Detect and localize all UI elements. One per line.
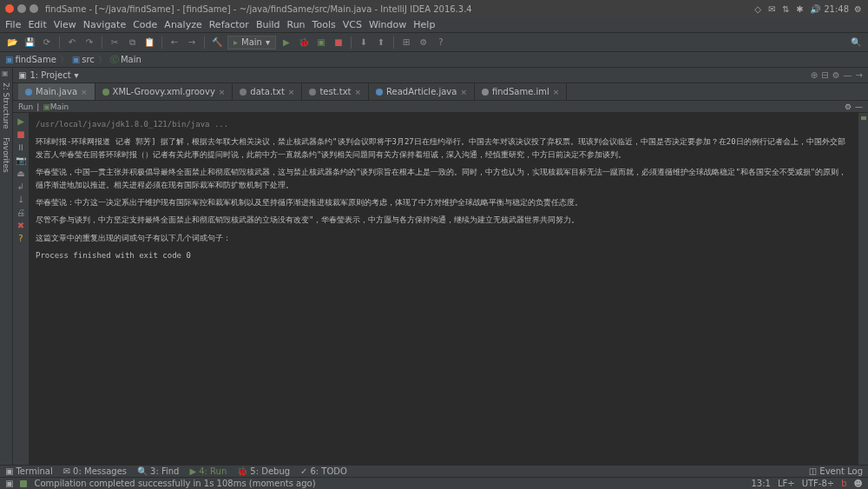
undo-icon[interactable]: ↶ (65, 36, 79, 50)
breadcrumb-folder[interactable]: ▣src (72, 55, 95, 64)
project-tool-label[interactable]: 1: Project (30, 70, 70, 80)
search-everywhere-icon[interactable]: 🔍 (849, 36, 863, 50)
build-icon[interactable]: 🔨 (210, 36, 224, 50)
gear-icon[interactable]: ⚙ (845, 102, 852, 111)
close-tab-icon[interactable]: × (219, 88, 226, 96)
vcs-commit-icon[interactable]: ⬆ (374, 36, 388, 50)
rerun-icon[interactable]: ▶ (17, 116, 24, 126)
close-tab-icon[interactable]: × (288, 88, 295, 96)
menu-edit[interactable]: Edit (28, 19, 46, 30)
structure-icon[interactable]: ⊞ (399, 36, 413, 50)
open-icon[interactable]: 📂 (5, 36, 19, 50)
close-window-button[interactable] (5, 4, 14, 13)
menu-run[interactable]: Run (287, 19, 306, 30)
tool-debug[interactable]: 🐞 5: Debug (237, 466, 290, 476)
menu-build[interactable]: Build (256, 19, 280, 30)
line-separator[interactable]: LF÷ (778, 479, 795, 488)
minimize-window-button[interactable] (17, 4, 26, 13)
file-encoding[interactable]: UTF-8÷ (802, 479, 835, 488)
tool-todo[interactable]: ✓ 6: TODO (300, 466, 347, 476)
hector-icon[interactable]: ☻ (854, 479, 863, 488)
print-icon[interactable]: 🖨 (16, 208, 25, 217)
tab-main-java[interactable]: Main.java× (18, 83, 95, 100)
paste-icon[interactable]: 📋 (142, 36, 156, 50)
menu-tools[interactable]: Tools (312, 19, 336, 30)
cut-icon[interactable]: ✂ (108, 36, 122, 50)
vcs-update-icon[interactable]: ⬇ (357, 36, 371, 50)
chevron-down-icon[interactable]: ▾ (75, 70, 79, 80)
dropbox-icon[interactable]: ◇ (754, 4, 763, 13)
close-tab-icon[interactable]: × (81, 88, 88, 96)
tool-messages[interactable]: ✉ 0: Messages (63, 466, 127, 476)
sync-icon[interactable]: ⟳ (40, 36, 54, 50)
close-tab-icon[interactable]: × (460, 88, 467, 96)
volume-icon[interactable]: 🔊 (810, 4, 819, 13)
tab-findsame-iml[interactable]: findSame.iml× (475, 83, 567, 100)
lock-icon[interactable]: b (841, 479, 846, 488)
console-output[interactable]: /usr/local/java/jdk1.8.0_121/bin/java ..… (29, 113, 858, 465)
run-icon[interactable]: ▶ (279, 36, 293, 50)
bluetooth-icon[interactable]: ✱ (796, 4, 805, 13)
coverage-icon[interactable]: ▣ (314, 36, 328, 50)
forward-icon[interactable]: → (185, 36, 199, 50)
close-tab-icon[interactable]: × (355, 88, 362, 96)
tool-terminal[interactable]: ▣ Terminal (5, 466, 53, 476)
run-configuration-selector[interactable]: ▸ Main ▾ (227, 36, 276, 50)
maximize-window-button[interactable] (30, 4, 38, 13)
stop-process-icon[interactable]: ■ (16, 129, 24, 139)
java-file-icon (25, 89, 32, 96)
tab-xml-groovy[interactable]: XML-Groovy.xml.groovy× (95, 83, 233, 100)
help-icon[interactable]: ? (434, 36, 448, 50)
help-icon[interactable]: ? (18, 234, 23, 243)
tool-run[interactable]: ▶ 4: Run (189, 466, 227, 476)
debug-icon[interactable]: 🐞 (297, 36, 311, 50)
menu-file[interactable]: File (5, 19, 21, 30)
menu-view[interactable]: View (54, 19, 76, 30)
pause-output-icon[interactable]: ⏸ (16, 142, 25, 152)
hide-icon[interactable]: — (844, 70, 852, 80)
menu-window[interactable]: Window (369, 19, 406, 30)
project-tool-icon[interactable]: ▣ (2, 69, 10, 78)
save-icon[interactable]: 💾 (23, 36, 36, 50)
dump-threads-icon[interactable]: 📷 (16, 155, 26, 165)
copy-icon[interactable]: ⧉ (125, 36, 139, 50)
gear-icon[interactable]: ⚙ (832, 70, 840, 80)
menu-refactor[interactable]: Refactor (209, 19, 249, 30)
event-log[interactable]: ◫ Event Log (809, 466, 863, 476)
run-tab-label[interactable]: Run (18, 102, 33, 111)
settings-icon[interactable]: ⚙ (417, 36, 431, 50)
right-scrollbar-gutter[interactable] (858, 113, 868, 465)
menu-vcs[interactable]: VCS (343, 19, 362, 30)
hide-panel-icon[interactable]: — (855, 102, 863, 111)
breadcrumb-root[interactable]: ▣findSame (5, 55, 56, 64)
back-icon[interactable]: ← (168, 36, 181, 50)
clock[interactable]: 21:48 (824, 4, 849, 14)
redo-icon[interactable]: ↷ (82, 36, 96, 50)
menu-help[interactable]: Help (413, 19, 435, 30)
breadcrumb-file[interactable]: ⒸMain (110, 54, 141, 66)
exit-icon[interactable]: ⏏ (16, 169, 24, 178)
stop-icon[interactable]: ■ (332, 36, 345, 50)
tab-test-txt[interactable]: test.txt× (302, 83, 369, 100)
expand-icon[interactable]: ⊕ (811, 70, 818, 80)
tab-readarticle-java[interactable]: ReadArticle.java× (369, 83, 475, 100)
run-session-name[interactable]: Main (50, 102, 69, 111)
menu-code[interactable]: Code (133, 19, 157, 30)
collapse-icon[interactable]: ⊟ (821, 70, 828, 80)
tool-find[interactable]: 🔍 3: Find (137, 466, 179, 476)
cursor-position[interactable]: 13:1 (752, 479, 771, 488)
clear-icon[interactable]: ✖ (17, 221, 24, 230)
soft-wrap-icon[interactable]: ↲ (17, 182, 24, 191)
dock-icon[interactable]: → (856, 70, 863, 80)
wifi-icon[interactable]: ⇅ (782, 4, 791, 13)
settings-gear-icon[interactable]: ⚙ (854, 4, 863, 13)
structure-tool-tab[interactable]: 2: Structure (1, 79, 11, 133)
favorites-tool-tab[interactable]: Favorites (1, 134, 11, 176)
menu-analyze[interactable]: Analyze (164, 19, 201, 30)
close-tab-icon[interactable]: × (553, 88, 560, 96)
messages-icon[interactable]: ✉ (768, 4, 777, 13)
tab-data-txt[interactable]: data.txt× (233, 83, 302, 100)
scroll-to-end-icon[interactable]: ⤓ (17, 195, 24, 204)
toolwin-toggle-icon[interactable]: ▣ (5, 479, 13, 488)
menu-navigate[interactable]: Navigate (83, 19, 126, 30)
